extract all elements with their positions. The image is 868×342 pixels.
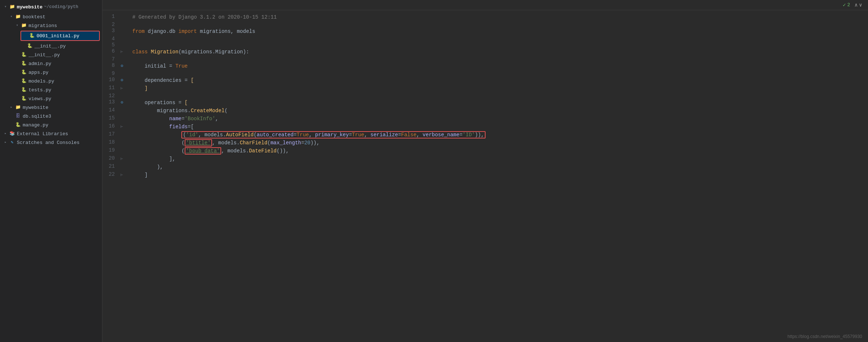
line-number: 5 — [102, 42, 121, 48]
gutter-fold: ⊢ — [121, 125, 123, 129]
arrow-up-btn[interactable]: ∧ — [854, 2, 857, 8]
code-line: 22 ⊢ ] — [102, 171, 868, 179]
code-line: 4 — [102, 35, 868, 42]
line-content: ), — [129, 163, 868, 171]
sidebar-item-scratches[interactable]: ✎ Scratches and Consoles — [0, 138, 102, 147]
line-number: 18 — [102, 139, 121, 147]
arrow-down-btn[interactable]: ∨ — [859, 2, 862, 8]
line-gutter — [121, 13, 129, 21]
highlight-box-bpub: 'bpub_data' — [185, 147, 221, 155]
folder-icon: 📁 — [20, 22, 27, 29]
sidebar-label-scratches: Scratches and Consoles — [17, 140, 80, 145]
sidebar-item-init-booktest[interactable]: 🐍 __init__.py — [0, 50, 102, 59]
line-content: dependencies = [ — [129, 76, 868, 84]
line-gutter — [121, 131, 129, 139]
line-content: migrations.CreateModel( — [129, 107, 868, 115]
line-gutter: ⊙ — [121, 76, 129, 84]
code-line: 15 name='BookInfo', — [102, 115, 868, 123]
line-gutter — [121, 163, 129, 171]
python-file-icon: 🐍 — [26, 43, 33, 49]
highlight-box-btitle: 'btitle' — [185, 139, 212, 147]
sidebar-item-apps[interactable]: 🐍 apps.py — [0, 68, 102, 77]
line-content: ], — [129, 155, 868, 163]
sidebar-label-views: views.py — [29, 96, 51, 102]
sidebar-item-migrations[interactable]: 📁 migrations — [0, 21, 102, 30]
code-line: 16 ⊢ fields=[ — [102, 123, 868, 131]
line-content: from django.db import migrations, models — [129, 27, 868, 35]
file-tree[interactable]: 📁 mywebsite ~/coding/pyth 📁 booktest 📁 m… — [0, 0, 102, 342]
line-number: 19 — [102, 147, 121, 155]
line-gutter — [121, 35, 129, 42]
code-content[interactable]: 1 # Generated by Django 3.1.2 on 2020-10… — [102, 10, 868, 342]
line-content: ] — [129, 84, 868, 92]
db-file-icon: 🗄 — [15, 113, 21, 119]
line-content: ] — [129, 171, 868, 179]
sidebar-label-external-libs: External Libraries — [17, 131, 68, 137]
gutter-fold: ⊢ — [121, 50, 123, 54]
python-file-icon: 🐍 — [20, 87, 27, 93]
gutter-fold: ⊢ — [121, 86, 123, 91]
sidebar-label-init-migrations: __init__.py — [34, 43, 66, 49]
sidebar-item-admin[interactable]: 🐍 admin.py — [0, 59, 102, 68]
sidebar-item-views[interactable]: 🐍 views.py — [0, 94, 102, 103]
line-gutter — [121, 139, 129, 147]
line-number: 2 — [102, 21, 121, 27]
python-file-icon: 🐍 — [15, 122, 21, 128]
line-gutter: ⊢ — [121, 84, 129, 92]
code-line: 18 ('btitle', models.CharField(max_lengt… — [102, 139, 868, 147]
check-count: 2 — [847, 2, 850, 8]
sidebar-item-tests[interactable]: 🐍 tests.py — [0, 86, 102, 94]
sidebar-label-mywebsite-sub: mywebsite — [23, 105, 48, 110]
sidebar-item-manage[interactable]: 🐍 manage.py — [0, 121, 102, 129]
check-icon: ✓ — [843, 2, 846, 8]
python-file-icon: 🐍 — [20, 52, 27, 58]
python-file-icon: 🐍 — [20, 60, 27, 67]
sidebar-item-init-migrations[interactable]: 🐍 __init__.py — [0, 42, 102, 50]
code-line: 13 ⊙ operations = [ — [102, 99, 868, 107]
sidebar-item-mywebsite-sub[interactable]: 📁 mywebsite — [0, 103, 102, 112]
mywebsite-sub-arrow — [9, 105, 14, 110]
line-gutter — [121, 147, 129, 155]
sidebar-label-admin: admin.py — [29, 61, 51, 66]
code-line: 20 ⊢ ], — [102, 155, 868, 163]
ext-libs-arrow — [3, 131, 8, 136]
code-line: 9 — [102, 70, 868, 76]
line-content: operations = [ — [129, 99, 868, 107]
line-number: 12 — [102, 92, 121, 99]
line-number: 3 — [102, 27, 121, 35]
line-content: initial = True — [129, 62, 868, 70]
folder-icon: 📁 — [15, 14, 21, 20]
watermark-text: https://blog.csdn.net/weixin_45579930 — [788, 334, 862, 339]
line-number: 16 — [102, 123, 121, 131]
code-line: 10 ⊙ dependencies = [ — [102, 76, 868, 84]
line-gutter — [121, 21, 129, 27]
line-content: # Generated by Django 3.1.2 on 2020-10-1… — [129, 13, 868, 21]
line-gutter: ⊢ — [121, 48, 129, 56]
line-content — [129, 56, 868, 62]
line-gutter: ⊢ — [121, 155, 129, 163]
line-content — [129, 70, 868, 76]
gutter-fold: ⊢ — [121, 157, 123, 161]
sidebar-item-booktest[interactable]: 📁 booktest — [0, 12, 102, 21]
line-gutter — [121, 42, 129, 48]
sidebar-item-db[interactable]: 🗄 db.sqlite3 — [0, 112, 102, 121]
project-path: ~/coding/pyth — [44, 4, 78, 10]
code-lines-container: 1 # Generated by Django 3.1.2 on 2020-10… — [102, 10, 868, 182]
line-number: 10 — [102, 76, 121, 84]
line-number: 20 — [102, 155, 121, 163]
gutter-fold: ⊢ — [121, 173, 123, 177]
sidebar-item-models[interactable]: 🐍 models.py — [0, 77, 102, 86]
sidebar-label-apps: apps.py — [29, 70, 49, 75]
file-highlight-container: 🐍 0001_initial.py — [20, 31, 100, 41]
code-line: 19 ('bpub_data', models.DateField()), — [102, 147, 868, 155]
python-file-icon: 🐍 — [20, 95, 27, 102]
line-gutter: ⊙ — [121, 99, 129, 107]
line-number: 11 — [102, 84, 121, 92]
sidebar-item-external-libs[interactable]: 📚 External Libraries — [0, 129, 102, 138]
project-root[interactable]: 📁 mywebsite ~/coding/pyth — [0, 1, 102, 12]
code-line: 8 ⊙ initial = True — [102, 62, 868, 70]
line-gutter — [121, 115, 129, 123]
line-content: ('bpub_data', models.DateField()), — [129, 147, 868, 155]
sidebar-item-0001-initial[interactable]: 🐍 0001_initial.py — [21, 31, 99, 40]
sidebar-label-0001-initial: 0001_initial.py — [37, 33, 79, 39]
